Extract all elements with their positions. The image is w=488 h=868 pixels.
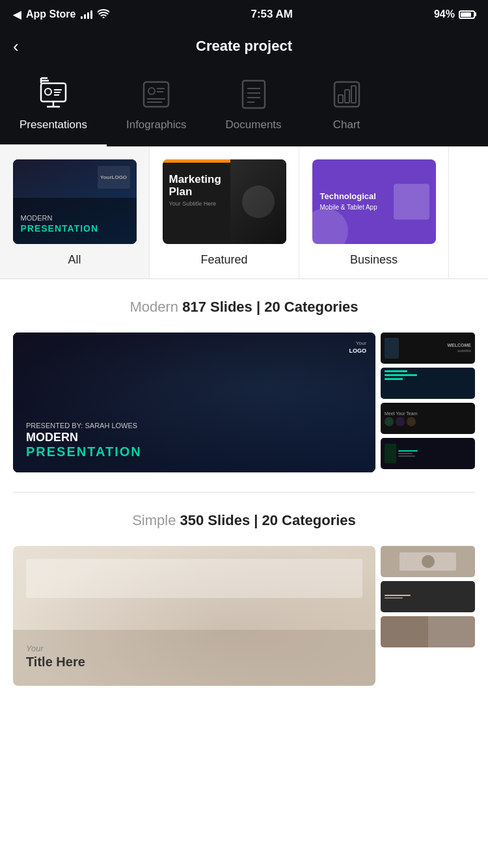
- filter-all-label: All: [68, 253, 81, 267]
- svg-rect-23: [345, 90, 349, 103]
- page-title: Create project: [196, 38, 292, 55]
- carrier-name: App Store: [26, 8, 75, 20]
- status-time: 7:53 AM: [251, 8, 293, 21]
- documents-icon: [236, 77, 271, 112]
- modern-main-slide[interactable]: Your LOGO PRESENTED BY: SARAH LOWES MODE…: [13, 332, 375, 472]
- modern-thumb-1[interactable]: WELCOMEsubtitle: [381, 332, 475, 364]
- modern-line2: MODERN: [26, 431, 142, 444]
- status-bar: ◀ App Store 7:53 AM 94%: [0, 0, 488, 29]
- signal-bars: [81, 10, 92, 19]
- tab-documents-label: Documents: [226, 118, 282, 131]
- simple-main-slide[interactable]: Your Title Here: [13, 546, 375, 686]
- modern-thumb-3[interactable]: Meet Your Team: [381, 403, 475, 434]
- back-arrow-status: ◀: [13, 8, 21, 21]
- modern-text: PRESENTED BY: SARAH LOWES MODERN PRESENT…: [26, 422, 142, 459]
- section-simple-prefix: Simple: [132, 512, 180, 528]
- simple-thumb-2[interactable]: [381, 581, 475, 612]
- infographics-icon: [139, 77, 174, 112]
- svg-rect-3: [45, 88, 51, 95]
- section-modern-stats: 817 Slides | 20 Categories: [182, 299, 358, 315]
- tab-charts[interactable]: Chart: [301, 70, 392, 144]
- modern-line3: PRESENTATION: [26, 444, 142, 459]
- modern-thumb-2[interactable]: [381, 368, 475, 399]
- filter-featured-thumb: MarketingPlan Your Subtitle Here: [163, 159, 286, 244]
- section-modern-prefix: Modern: [129, 299, 182, 315]
- svg-rect-10: [144, 82, 169, 107]
- tab-infographics-label: Infographics: [126, 118, 187, 131]
- tab-presentations-label: Presentations: [20, 118, 87, 131]
- tab-presentations[interactable]: Presentations: [0, 70, 107, 146]
- presentations-icon: [36, 77, 71, 112]
- back-button[interactable]: ‹: [13, 36, 19, 57]
- simple-slide-thumbs: [381, 546, 475, 686]
- main-content: Modern 817 Slides | 20 Categories Your L…: [0, 279, 488, 705]
- section-modern-title: Modern 817 Slides | 20 Categories: [0, 299, 488, 316]
- filter-business-label: Business: [350, 253, 398, 267]
- section-simple-title: Simple 350 Slides | 20 Categories: [0, 512, 488, 529]
- filter-featured-label: Featured: [200, 253, 247, 267]
- section-simple: Simple 350 Slides | 20 Categories Your T…: [0, 493, 488, 705]
- battery-info: 94%: [434, 8, 475, 20]
- filter-featured[interactable]: MarketingPlan Your Subtitle Here Feature…: [150, 146, 299, 278]
- tab-documents[interactable]: Documents: [206, 70, 301, 144]
- filter-business[interactable]: TechnologicalMobile & Tablet App Busines…: [299, 146, 449, 278]
- tab-infographics[interactable]: Infographics: [107, 70, 206, 144]
- svg-rect-22: [338, 95, 343, 103]
- battery-icon: [459, 10, 475, 19]
- simple-thumb-1[interactable]: [381, 546, 475, 577]
- filter-all[interactable]: YourLOGO MODERN PRESENTATION All: [0, 146, 150, 278]
- simple-thumb-3[interactable]: [381, 616, 475, 647]
- section-modern: Modern 817 Slides | 20 Categories Your L…: [0, 279, 488, 492]
- filter-row: YourLOGO MODERN PRESENTATION All M: [0, 146, 488, 279]
- modern-thumb-4[interactable]: [381, 438, 475, 469]
- category-tabs: Presentations Infographics: [0, 64, 488, 146]
- modern-preview[interactable]: Your LOGO PRESENTED BY: SARAH LOWES MODE…: [13, 332, 475, 472]
- filter-business-thumb: TechnologicalMobile & Tablet App: [312, 159, 436, 244]
- page-header: ‹ Create project: [0, 29, 488, 64]
- svg-point-11: [148, 88, 155, 94]
- wifi-icon: [98, 9, 109, 20]
- tab-charts-label: Chart: [333, 118, 360, 131]
- filter-all-thumb: YourLOGO MODERN PRESENTATION: [13, 159, 137, 244]
- svg-rect-16: [243, 81, 265, 108]
- charts-icon: [329, 77, 364, 112]
- battery-percent: 94%: [434, 8, 455, 20]
- modern-subtitle: PRESENTED BY: SARAH LOWES: [26, 422, 142, 429]
- svg-rect-24: [351, 86, 356, 103]
- section-simple-stats: 350 Slides | 20 Categories: [180, 512, 356, 528]
- simple-preview[interactable]: Your Title Here: [13, 546, 475, 686]
- carrier-info: ◀ App Store: [13, 8, 109, 21]
- modern-slide-thumbs: WELCOMEsubtitle Meet Your Team: [381, 332, 475, 472]
